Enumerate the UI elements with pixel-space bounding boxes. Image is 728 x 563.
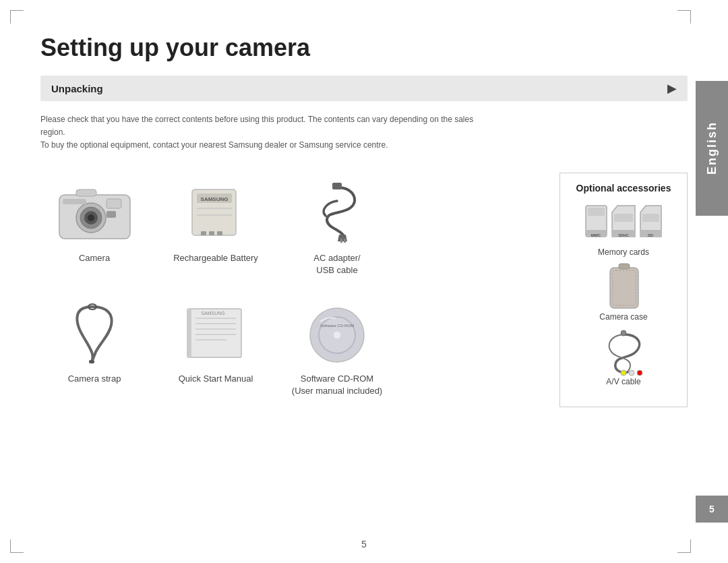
svg-point-48	[621, 330, 626, 336]
manual-image: SAMSUNG	[175, 300, 256, 367]
page-container: English 5 Setting up your camera Unpacki…	[0, 0, 728, 563]
svg-rect-45	[610, 268, 638, 308]
item-camera: Camera	[40, 173, 148, 287]
svg-rect-15	[209, 231, 214, 235]
optional-item-av-cable: A/V cable	[583, 332, 664, 386]
language-tab: English	[696, 81, 728, 216]
main-content: Camera SAMSUNG	[40, 173, 688, 407]
corner-mark-br	[677, 539, 691, 553]
optional-item-memory-cards: MMC SDHC	[583, 203, 664, 257]
svg-rect-38	[588, 208, 605, 216]
mmc-card: MMC	[584, 204, 608, 238]
svg-rect-18	[340, 239, 342, 243]
optional-item-camera-case: Camera case	[583, 268, 664, 322]
items-grid: Camera SAMSUNG	[40, 173, 546, 407]
corner-mark-tr	[677, 10, 691, 24]
cdrom-image: Software CD-ROM	[297, 300, 377, 367]
svg-point-51	[637, 370, 642, 376]
item-manual: SAMSUNG Quick Start Manual	[162, 293, 270, 407]
svg-rect-17	[332, 183, 342, 189]
page-number-tab-value: 5	[709, 504, 715, 514]
svg-point-4	[88, 214, 94, 221]
svg-rect-23	[187, 309, 191, 357]
section-header: Unpacking ▶	[40, 76, 688, 101]
svg-text:Software CD-ROM: Software CD-ROM	[320, 324, 354, 328]
page-number-tab: 5	[696, 496, 728, 523]
svg-rect-47	[619, 264, 630, 269]
memory-cards-row: MMC SDHC	[584, 204, 663, 238]
svg-rect-44	[642, 214, 659, 222]
camera-case-image	[583, 268, 664, 308]
battery-label: Rechargeable Battery	[173, 252, 258, 264]
svg-rect-22	[187, 309, 241, 357]
corner-mark-tl	[10, 10, 24, 24]
camera-case-label: Camera case	[599, 312, 647, 322]
corner-mark-bl	[10, 539, 24, 553]
battery-image: SAMSUNG	[175, 179, 256, 247]
ac-adapter-image	[297, 179, 377, 247]
svg-rect-7	[107, 211, 116, 218]
svg-point-50	[629, 370, 634, 376]
memory-cards-image: MMC SDHC	[583, 203, 664, 243]
section-title: Unpacking	[51, 83, 103, 94]
svg-rect-8	[63, 199, 86, 204]
section-arrow: ▶	[667, 81, 677, 96]
optional-accessories-box: Optional accessories MMC	[559, 173, 688, 407]
svg-rect-21	[89, 360, 94, 363]
svg-rect-5	[76, 189, 96, 196]
svg-rect-6	[107, 199, 121, 208]
item-ac-adapter: AC adapter/USB cable	[283, 173, 391, 287]
sd-card: SD	[639, 204, 663, 238]
svg-rect-41	[614, 214, 633, 222]
svg-text:SD: SD	[648, 233, 654, 237]
svg-rect-19	[344, 239, 346, 243]
page-title: Setting up your camera	[40, 34, 688, 62]
av-cable-image	[583, 332, 664, 373]
camera-image	[54, 179, 135, 247]
item-strap: Camera strap	[40, 293, 148, 407]
svg-point-33	[320, 318, 355, 353]
sdhc-card: SDHC	[611, 204, 636, 238]
item-cdrom: Software CD-ROM Software CD-ROM(User man…	[283, 293, 391, 407]
svg-text:SDHC: SDHC	[618, 233, 629, 237]
svg-rect-14	[201, 231, 206, 235]
memory-cards-label: Memory cards	[598, 247, 649, 257]
svg-text:SAMSUNG: SAMSUNG	[201, 196, 229, 202]
strap-label: Camera strap	[68, 373, 121, 385]
manual-label: Quick Start Manual	[179, 373, 253, 385]
cdrom-label: Software CD-ROM(User manual included)	[292, 373, 382, 397]
page-number: 5	[361, 539, 367, 550]
strap-image	[54, 300, 135, 367]
camera-label: Camera	[79, 252, 110, 264]
language-tab-label: English	[705, 121, 719, 175]
svg-text:MMC: MMC	[591, 233, 601, 237]
item-battery: SAMSUNG Rechargeable Battery	[162, 173, 270, 287]
av-cable-label: A/V cable	[606, 377, 640, 386]
ac-adapter-label: AC adapter/USB cable	[313, 252, 360, 276]
description-text: Please check that you have the correct c…	[40, 113, 499, 152]
svg-point-49	[621, 370, 626, 376]
optional-title: Optional accessories	[576, 183, 671, 194]
svg-text:SAMSUNG: SAMSUNG	[201, 311, 224, 316]
svg-rect-16	[217, 231, 222, 235]
